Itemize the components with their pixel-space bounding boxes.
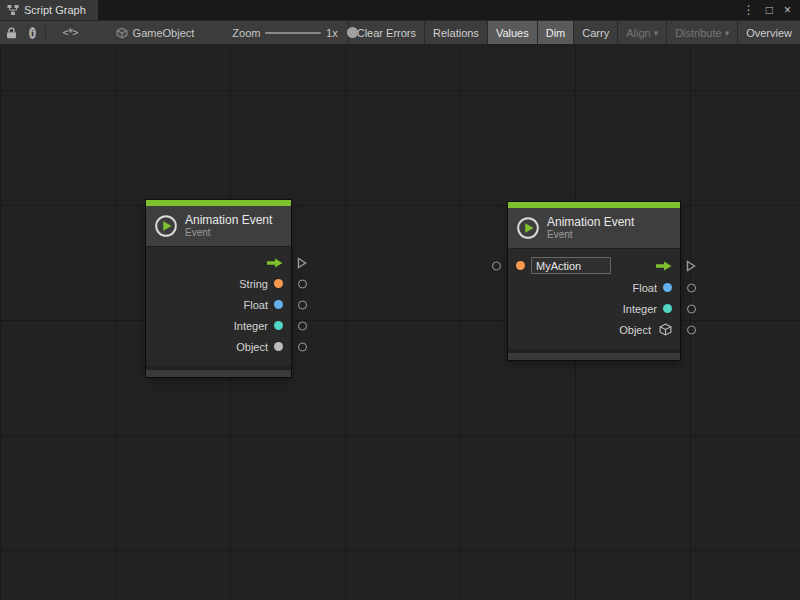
chevron-down-icon: ▾ [725,28,730,38]
distribute-label: Distribute [675,27,721,39]
node-header: Animation Event Event [146,206,291,246]
object-type-dot [274,342,283,351]
port-label: Object [619,324,651,336]
event-play-icon [516,216,540,240]
maximize-icon[interactable]: □ [766,0,773,20]
node-footer [508,349,680,360]
gameobject-selector[interactable]: GameObject [116,27,195,39]
align-label: Align [626,27,650,39]
object-output-port[interactable] [298,342,307,351]
string-type-dot [274,279,283,288]
object-output-port[interactable] [687,325,696,334]
output-row-string: String [146,273,291,294]
node-body: Float Integer Object [508,248,680,349]
action-name-field[interactable] [531,257,611,274]
zoom-label: Zoom [232,27,260,39]
relations-label: Relations [433,27,479,39]
window-controls: ⋮ □ × [734,0,800,20]
float-output-port[interactable] [298,300,307,309]
flow-arrow-icon [656,261,672,271]
tab-label: Script Graph [24,4,86,16]
info-icon[interactable]: i [29,27,36,39]
string-output-port[interactable] [298,279,307,288]
carry-button[interactable]: Carry [573,20,617,45]
chevron-down-icon: ▾ [654,28,659,38]
graph-toolbar: i <*> GameObject Zoom 1x Clear Errors Re… [0,20,800,45]
window-menu-icon[interactable]: ⋮ [743,0,755,20]
node-subtitle: Event [547,229,634,241]
values-toggle-button[interactable]: Values [487,20,537,45]
clear-errors-label: Clear Errors [357,27,416,39]
integer-output-port[interactable] [687,304,696,313]
relations-button[interactable]: Relations [424,20,487,45]
flow-output-port[interactable] [297,257,307,269]
integer-type-dot [663,304,672,313]
gameobject-icon [116,27,128,39]
output-row-integer: Integer [146,315,291,336]
object-cube-icon [659,323,672,336]
port-label: Float [244,299,268,311]
flow-arrow-icon [267,258,283,268]
dim-label: Dim [546,27,566,39]
string-type-dot [516,261,525,270]
align-dropdown[interactable]: Align ▾ [617,20,666,45]
node-header: Animation Event Event [508,208,680,248]
action-name-row [508,254,680,277]
tabbar-spacer [98,0,734,20]
port-label: Integer [234,320,268,332]
gameobject-label: GameObject [133,27,195,39]
node-titles: Animation Event Event [547,215,634,241]
graph-canvas[interactable]: Animation Event Event String [0,45,800,600]
node-animation-event-2[interactable]: Animation Event Event [508,202,680,360]
flow-output-row [146,252,291,273]
node-titles: Animation Event Event [185,213,272,239]
dim-toggle-button[interactable]: Dim [537,20,574,45]
close-icon[interactable]: × [784,0,791,20]
output-row-object: Object [508,319,680,340]
values-label: Values [496,27,529,39]
overview-button[interactable]: Overview [737,20,800,45]
port-label: Integer [623,303,657,315]
integer-output-port[interactable] [298,321,307,330]
lock-icon[interactable] [6,27,17,39]
output-row-object: Object [146,336,291,357]
node-title: Animation Event [547,215,634,229]
clear-errors-button[interactable]: Clear Errors [348,20,424,45]
node-title: Animation Event [185,213,272,227]
port-label: Object [236,341,268,353]
zoom-slider-track[interactable] [265,32,321,34]
node-animation-event-1[interactable]: Animation Event Event String [146,200,291,377]
action-input-port[interactable] [492,261,501,270]
float-type-dot [274,300,283,309]
toolbar-separator [45,25,46,40]
output-row-float: Float [508,277,680,298]
integer-type-dot [274,321,283,330]
overview-label: Overview [746,27,792,39]
port-label: Float [633,282,657,294]
unity-graph-window: Script Graph ⋮ □ × i <*> GameObject Zoom [0,0,800,600]
zoom-slider[interactable] [265,20,321,45]
output-row-float: Float [146,294,291,315]
float-output-port[interactable] [687,283,696,292]
distribute-dropdown[interactable]: Distribute ▾ [666,20,737,45]
graph-icon [7,4,19,16]
zoom-value: 1x [326,27,338,39]
tab-bar: Script Graph ⋮ □ × [0,0,800,20]
float-type-dot [663,283,672,292]
node-body: String Float Integer Object [146,246,291,366]
code-embed-icon[interactable]: <*> [63,27,78,38]
node-footer [146,366,291,377]
event-play-icon [154,214,178,238]
output-row-integer: Integer [508,298,680,319]
flow-output-port[interactable] [686,260,696,272]
carry-label: Carry [582,27,609,39]
toolbar-button-group: Clear Errors Relations Values Dim Carry … [348,20,800,45]
node-subtitle: Event [185,227,272,239]
tab-script-graph[interactable]: Script Graph [0,0,98,20]
port-label: String [239,278,268,290]
